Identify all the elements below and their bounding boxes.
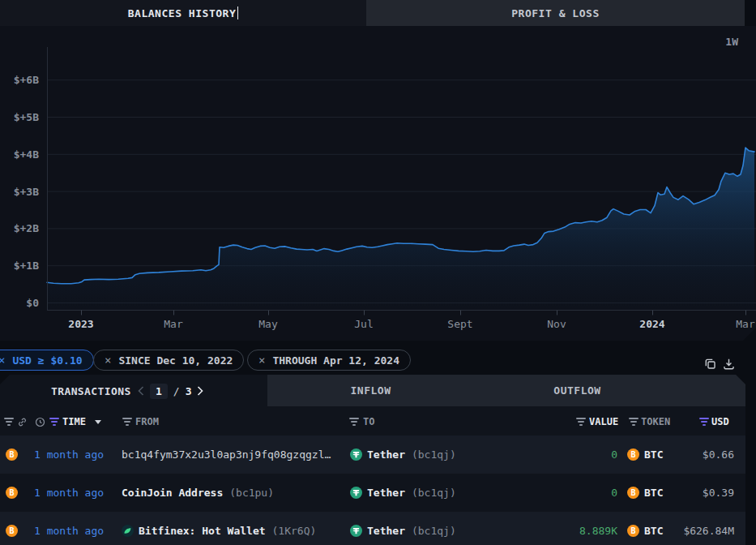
- filter-icon-value[interactable]: [575, 413, 587, 431]
- remove-filter-icon[interactable]: ×: [0, 354, 5, 366]
- tx-to-entity[interactable]: Tether (bc1qj): [350, 512, 456, 545]
- svg-text:Nov: Nov: [547, 318, 566, 330]
- tx-usd: $626.84M: [683, 512, 734, 545]
- table-row[interactable]: B 1 month ago bc1q4fym37x2u3l0ap3nj9fq08…: [0, 436, 745, 474]
- svg-text:Sept: Sept: [447, 318, 472, 330]
- filter-chip-label: THROUGH Apr 12, 2024: [272, 354, 399, 367]
- app-screen: BALANCES HISTORY PROFIT & LOSS $0$+1B$+2…: [0, 0, 756, 545]
- prev-page-icon[interactable]: [138, 386, 144, 396]
- svg-text:$0: $0: [26, 297, 39, 309]
- tx-from-address[interactable]: bc1q4fym37x2u3l0ap3nj9fq08gzqgzl…: [122, 436, 331, 474]
- filter-icon-usd[interactable]: [698, 413, 710, 431]
- x-axis-labels: 2023MarMayJulSeptNov2024Mar: [68, 311, 755, 331]
- chevron-down-icon[interactable]: [90, 413, 101, 431]
- bitcoin-icon: B: [627, 525, 639, 537]
- bitfinex-icon: [122, 525, 134, 537]
- tx-time[interactable]: 1 month ago: [34, 474, 104, 512]
- filter-chips-row: × USD ≥ $0.10 × SINCE Dec 10, 2022 × THR…: [0, 349, 756, 371]
- transactions-panel: TRANSACTIONS 1 / 3 INFLOW OUTFLOW: [0, 375, 745, 545]
- current-page: 1: [150, 384, 168, 399]
- svg-text:$+6B: $+6B: [14, 74, 39, 86]
- svg-text:Mar: Mar: [164, 318, 183, 330]
- filter-icon[interactable]: [3, 413, 15, 431]
- tx-from-entity[interactable]: Bitfinex: Hot Wallet (1Kr6Q): [122, 512, 316, 545]
- filter-chip-label: SINCE Dec 10, 2022: [118, 354, 233, 367]
- chain-cell: B: [6, 474, 18, 512]
- chart-range-selector[interactable]: 1W: [725, 36, 738, 48]
- top-tabbar: BALANCES HISTORY PROFIT & LOSS: [0, 0, 756, 26]
- tab-balances-history-label: BALANCES HISTORY: [128, 7, 237, 19]
- link-icon[interactable]: [17, 413, 28, 431]
- chain-cell: B: [6, 512, 18, 545]
- tab-profit-loss-label: PROFIT & LOSS: [511, 7, 600, 19]
- column-usd[interactable]: USD: [711, 413, 729, 431]
- tether-icon: [350, 525, 362, 537]
- tx-value: 8.889K: [579, 512, 617, 545]
- svg-text:2023: 2023: [68, 318, 93, 330]
- tab-outflow[interactable]: OUTFLOW: [474, 375, 681, 406]
- bitcoin-icon: B: [6, 525, 18, 537]
- tx-to-entity[interactable]: Tether (bc1qj): [350, 474, 456, 512]
- table-row[interactable]: B 1 month ago CoinJoin Address (bc1pu) T…: [0, 474, 745, 512]
- filter-chip-usd-min[interactable]: × USD ≥ $0.10: [0, 350, 94, 371]
- filter-icon-time[interactable]: [49, 413, 60, 431]
- bitcoin-icon: B: [6, 448, 18, 461]
- filter-icon-from[interactable]: [122, 413, 133, 431]
- text-cursor: [237, 6, 238, 19]
- tx-usd: $0.39: [703, 474, 734, 512]
- svg-text:$+1B: $+1B: [14, 260, 39, 272]
- column-time[interactable]: TIME: [62, 413, 86, 431]
- copy-icon[interactable]: [703, 357, 718, 371]
- next-page-icon[interactable]: [197, 386, 203, 396]
- table-row[interactable]: B 1 month ago Bitfinex: Hot Wallet (1Kr6…: [0, 512, 745, 545]
- bitcoin-icon: B: [627, 487, 639, 499]
- tx-token: BBTC: [627, 512, 663, 545]
- tab-balances-history[interactable]: BALANCES HISTORY: [0, 0, 366, 26]
- column-token[interactable]: TOKEN: [641, 413, 670, 431]
- tx-time[interactable]: 1 month ago: [34, 436, 104, 474]
- balances-area-chart[interactable]: $0$+1B$+2B$+3B$+4B$+5B$+6B2023MarMayJulS…: [0, 26, 756, 341]
- svg-text:$+5B: $+5B: [14, 111, 39, 123]
- chain-cell: B: [6, 436, 18, 474]
- svg-text:2024: 2024: [639, 318, 664, 330]
- filter-icon-token[interactable]: [628, 413, 639, 431]
- pagination: 1 / 3: [138, 375, 203, 407]
- transactions-title: TRANSACTIONS: [51, 375, 131, 407]
- tx-from-entity[interactable]: CoinJoin Address (bc1pu): [122, 474, 274, 512]
- svg-text:$+3B: $+3B: [14, 186, 39, 198]
- svg-text:Mar: Mar: [736, 318, 755, 330]
- column-from[interactable]: FROM: [135, 413, 159, 431]
- svg-text:May: May: [258, 318, 278, 330]
- bitcoin-icon: B: [627, 448, 639, 461]
- tx-time[interactable]: 1 month ago: [34, 512, 104, 545]
- y-axis-labels: $0$+1B$+2B$+3B$+4B$+5B$+6B: [14, 74, 39, 309]
- column-to[interactable]: TO: [363, 413, 374, 431]
- tx-value: 0: [611, 436, 617, 474]
- balances-chart-panel: $0$+1B$+2B$+3B$+4B$+5B$+6B2023MarMayJulS…: [0, 26, 756, 341]
- filter-chip-since[interactable]: × SINCE Dec 10, 2022: [93, 350, 244, 371]
- page-separator: /: [173, 385, 180, 397]
- tether-icon: [350, 487, 362, 499]
- tx-token: BBTC: [627, 474, 663, 512]
- filter-chip-through[interactable]: × THROUGH Apr 12, 2024: [247, 350, 411, 371]
- tab-inflow[interactable]: INFLOW: [267, 375, 474, 406]
- tether-icon: [350, 448, 362, 461]
- tx-value: 0: [611, 474, 617, 512]
- total-pages: 3: [186, 385, 192, 397]
- filter-icon-to[interactable]: [348, 413, 360, 431]
- remove-filter-icon[interactable]: ×: [105, 354, 111, 366]
- tx-usd: $0.66: [703, 436, 734, 474]
- clock-icon: [35, 413, 45, 431]
- table-column-header: TIME FROM TO VALUE TOKEN USD: [0, 413, 745, 431]
- tab-profit-loss[interactable]: PROFIT & LOSS: [366, 0, 745, 26]
- remove-filter-icon[interactable]: ×: [258, 354, 265, 366]
- column-value[interactable]: VALUE: [589, 413, 618, 431]
- filter-chip-label: USD ≥ $0.10: [12, 354, 82, 367]
- flow-tabs: INFLOW OUTFLOW: [267, 375, 745, 406]
- bitcoin-icon: B: [6, 487, 18, 499]
- download-icon[interactable]: [722, 357, 737, 371]
- svg-text:Jul: Jul: [354, 318, 373, 330]
- transactions-header: TRANSACTIONS 1 / 3 INFLOW OUTFLOW: [0, 375, 745, 407]
- tx-to-entity[interactable]: Tether (bc1qj): [350, 436, 456, 474]
- svg-text:$+2B: $+2B: [14, 222, 39, 234]
